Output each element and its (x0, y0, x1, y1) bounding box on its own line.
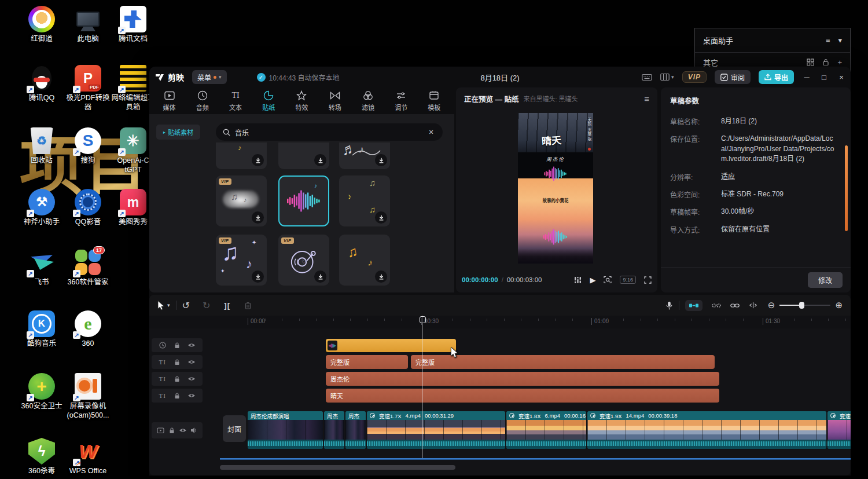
minimize-button[interactable]: ─ (802, 73, 811, 82)
timeline-horizontal-scrollbar[interactable] (220, 465, 455, 470)
tab-text[interactable]: TI 文本 (219, 87, 252, 114)
preview-menu-icon[interactable]: ≡ (644, 94, 649, 104)
collapsed-audio-track[interactable] (220, 458, 851, 460)
video-track-header[interactable] (152, 422, 203, 438)
lock-icon[interactable] (170, 392, 184, 399)
cover-button[interactable]: 封面 (223, 415, 246, 442)
download-icon[interactable] (375, 270, 387, 283)
desktop-icon-kugou[interactable]: ↗ 酷狗音乐 (19, 310, 65, 349)
download-icon[interactable] (314, 270, 326, 283)
clear-search-icon[interactable]: × (426, 127, 436, 137)
desktop-icon-recycle-bin[interactable]: ♻ 回收站 (19, 127, 65, 166)
desktop-icon-pdf-converter[interactable]: PPDF↗ 极光PDF转换器 (65, 65, 111, 112)
mute-icon[interactable] (188, 427, 199, 434)
eye-icon[interactable] (185, 359, 199, 365)
tab-filters[interactable]: 滤镜 (351, 87, 384, 114)
menu-button[interactable]: 菜单 ▾ (192, 70, 227, 84)
desktop-icon-tencent-docs[interactable]: ↗ 腾讯文档 (110, 6, 156, 44)
tab-media[interactable]: 媒体 (153, 87, 186, 114)
sticker-tile-vinyl-player[interactable]: VIP ♡ (278, 235, 329, 286)
timeline-zoom-slider[interactable] (779, 305, 830, 306)
download-icon[interactable] (314, 154, 326, 166)
lock-icon[interactable] (170, 359, 184, 365)
text-clip[interactable]: 周杰伦 (326, 372, 719, 386)
eye-icon[interactable] (185, 342, 199, 348)
assistant-menu-icon[interactable]: ≡ (826, 36, 830, 45)
lock-icon[interactable] (170, 375, 184, 382)
text-clip[interactable]: 晴天 (326, 389, 719, 403)
fullscreen-icon[interactable] (644, 276, 652, 284)
text-clip[interactable]: 完整版 (326, 355, 408, 369)
eye-icon[interactable] (185, 376, 199, 382)
tab-templates[interactable]: 模板 (418, 87, 451, 114)
desktop-icon-360-antivirus[interactable]: ϟ↗ 360杀毒 (19, 438, 65, 476)
playhead[interactable] (422, 316, 423, 458)
preview-quality-icon[interactable] (604, 276, 612, 284)
tab-sticker[interactable]: 贴纸 (252, 87, 285, 114)
modify-button[interactable]: 修改 (808, 272, 843, 288)
desktop-icon-feishu[interactable]: ↗ 飞书 (19, 249, 65, 287)
desktop-icon-wps[interactable]: W↗ WPS Office (65, 438, 111, 476)
export-button[interactable]: 导出 (759, 70, 794, 84)
download-icon[interactable] (375, 154, 387, 166)
video-clip[interactable]: 变速1.8X 6.mp4 00:00:16: (506, 411, 586, 449)
desktop-icon-qq[interactable]: ↗ 腾讯QQ (19, 65, 65, 103)
video-preview-stage[interactable]: 晴天 无损 完整版 周杰伦 故事的小黄花 (518, 113, 593, 264)
sticker-tile-purple-notes[interactable]: VIP ♫ ♪ ✦ ✦ (216, 235, 267, 286)
desktop-icon-sogou[interactable]: S↗ 搜狗 (65, 127, 111, 166)
assistant-collapse-icon[interactable]: ▾ (838, 36, 842, 45)
desktop-icon-hongyudao[interactable]: 红御道 (19, 6, 65, 44)
unlink-preview-icon[interactable] (712, 302, 721, 309)
zoom-in-icon[interactable]: ⊕ (835, 300, 843, 310)
sticker-category-button[interactable]: ▸ 贴纸素材 (156, 125, 200, 140)
vip-badge[interactable]: VIP (682, 71, 707, 83)
video-clip[interactable]: 周杰 (324, 411, 344, 449)
sticker-track-header[interactable] (152, 338, 203, 352)
playhead-marker[interactable] (420, 316, 426, 323)
shortcut-keys-button[interactable] (642, 73, 652, 82)
video-clip[interactable]: 周杰伦成都演唱 (248, 411, 323, 449)
assistant-unlock-icon[interactable] (822, 58, 829, 65)
zoom-slider-handle[interactable] (799, 302, 804, 309)
sticker-tile[interactable]: ♪ (216, 142, 267, 169)
tab-adjust[interactable]: 调节 (385, 87, 418, 114)
select-tool-dropdown-icon[interactable]: ▾ (167, 302, 170, 308)
desktop-icon-360-browser[interactable]: e↗ 360 (65, 310, 111, 349)
download-icon[interactable] (252, 270, 264, 283)
play-button[interactable]: ▶ (590, 276, 595, 284)
auto-snap-icon[interactable] (685, 300, 703, 311)
desktop-icon-360-safe[interactable]: +↗ 360安全卫士 (19, 373, 65, 411)
eye-icon[interactable] (185, 393, 199, 398)
delete-icon[interactable] (244, 302, 252, 309)
download-icon[interactable] (252, 211, 264, 224)
download-icon[interactable] (252, 154, 264, 166)
tab-transitions[interactable]: 转场 (318, 87, 351, 114)
desktop-icon-this-pc[interactable]: 此电脑 (65, 6, 111, 44)
sticker-tile[interactable] (278, 142, 329, 169)
lock-icon[interactable] (170, 342, 184, 349)
sticker-search-input[interactable]: 音乐 × (216, 123, 443, 141)
eye-icon[interactable] (177, 427, 188, 433)
audio-levels-icon[interactable] (574, 276, 582, 284)
timeline-ruler[interactable]: 00:00 00:30 01:00 01:30 (149, 316, 851, 328)
aspect-ratio-button[interactable]: 9:16 (620, 276, 636, 284)
sticker-tile-waveform-selected[interactable]: ♪ (278, 175, 329, 226)
record-voiceover-icon[interactable] (665, 301, 673, 310)
text-track-header[interactable]: TI (152, 355, 203, 369)
close-button[interactable]: × (837, 73, 846, 82)
maximize-button[interactable]: □ (819, 73, 829, 82)
zoom-out-icon[interactable]: ⊖ (768, 300, 775, 310)
sticker-tile-orange-notes[interactable]: ♫ ♪ (339, 235, 390, 286)
desktop-icon-360-manager[interactable]: 17 ↗ 360软件管家 (65, 249, 111, 287)
review-button[interactable]: 审阅 (715, 70, 751, 84)
undo-icon[interactable]: ↺ (182, 300, 190, 311)
text-track-header[interactable]: TI (152, 372, 203, 386)
trim-mode-icon[interactable] (749, 302, 757, 309)
sticker-tile[interactable]: ♬ ♪ (339, 142, 390, 169)
redo-icon[interactable]: ↻ (203, 300, 210, 311)
split-icon[interactable]: ][ (224, 301, 230, 310)
video-clip[interactable]: 周杰 (345, 411, 366, 449)
layout-button[interactable]: ▾ (660, 73, 674, 81)
desktop-icon-ocam[interactable]: ↗ 屏幕录像机(oCam)500... (65, 373, 111, 420)
lock-icon[interactable] (166, 427, 177, 434)
